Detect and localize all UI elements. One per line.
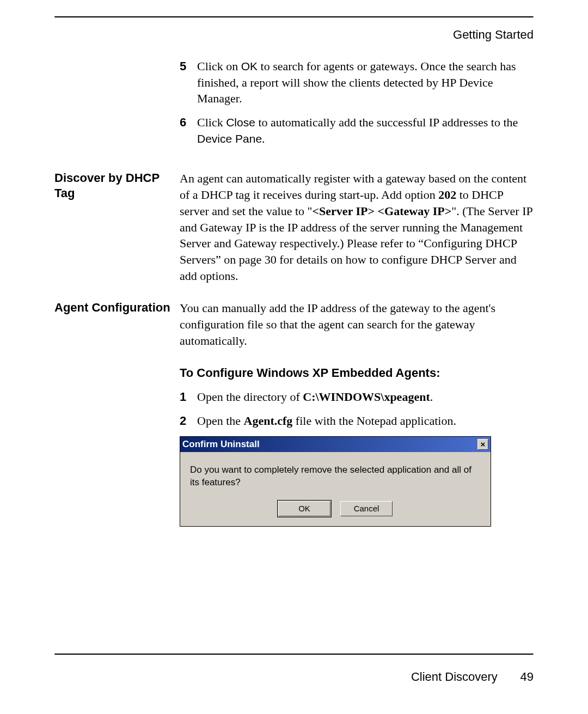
page-footer: Client Discovery 49: [54, 670, 534, 684]
directory-path: C:\WINDOWS\xpeagent: [303, 390, 430, 404]
ok-button[interactable]: OK: [278, 501, 330, 516]
device-pane-keyword: Device Pane: [197, 132, 262, 145]
section-heading-agent: Agent Configuration: [54, 300, 180, 315]
step-number: 1: [180, 389, 197, 405]
bottom-rule: [54, 654, 534, 655]
step-number: 5: [180, 58, 197, 107]
dialog-titlebar: Confirm Uninstall ×: [180, 437, 491, 452]
step-text: Open the Agent.cfg file with the Notepad…: [197, 413, 534, 429]
step-number: 2: [180, 413, 197, 429]
agent-cfg-file: Agent.cfg: [244, 414, 293, 428]
step-text: Click Close to automatically add the suc…: [197, 114, 534, 147]
footer-section: Client Discovery: [411, 670, 498, 684]
close-keyword: Close: [226, 116, 255, 129]
cancel-button[interactable]: Cancel: [340, 501, 393, 516]
section-heading-dhcp: Discover by DHCP Tag: [54, 170, 180, 200]
dhcp-value-template: <Server IP> <Gateway IP>: [313, 204, 452, 218]
page-number: 49: [501, 670, 534, 684]
close-icon[interactable]: ×: [477, 439, 488, 450]
confirm-uninstall-dialog: Confirm Uninstall × Do you want to compl…: [180, 436, 491, 527]
step-5: 5 Click on OK to search for agents or ga…: [180, 58, 534, 107]
step-text: Click on OK to search for agents or gate…: [197, 58, 534, 107]
step-number: 6: [180, 114, 197, 147]
agent-step-1: 1 Open the directory of C:\WINDOWS\xpeag…: [180, 389, 534, 405]
chapter-title: Getting Started: [54, 28, 534, 42]
dialog-message: Do you want to completely remove the sel…: [180, 452, 491, 501]
dialog-title-text: Confirm Uninstall: [182, 438, 477, 451]
dhcp-option-number: 202: [438, 188, 456, 202]
ok-keyword: OK: [241, 60, 258, 72]
step-text: Open the directory of C:\WINDOWS\xpeagen…: [197, 389, 534, 405]
section-body-dhcp: An agent can automatically register with…: [180, 170, 534, 284]
agent-intro: You can manually add the IP address of t…: [180, 300, 534, 349]
step-6: 6 Click Close to automatically add the s…: [180, 114, 534, 147]
top-rule: [54, 16, 534, 18]
agent-step-2: 2 Open the Agent.cfg file with the Notep…: [180, 413, 534, 429]
subheading-configure-xp: To Configure Windows XP Embedded Agents:: [180, 365, 534, 381]
